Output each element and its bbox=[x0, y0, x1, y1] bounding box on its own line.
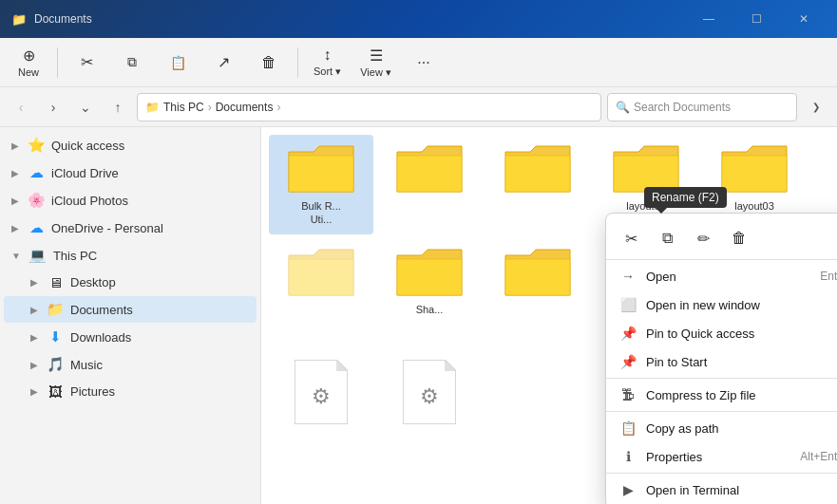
sidebar-item-downloads[interactable]: ▶ ⬇ Downloads bbox=[4, 324, 257, 350]
folder-icon bbox=[395, 142, 464, 196]
sidebar-item-desktop[interactable]: ▶ 🖥 Desktop bbox=[4, 270, 257, 295]
sidebar-label-quick-access: Quick access bbox=[51, 139, 124, 153]
file-item-gear2[interactable]: ⚙ bbox=[377, 352, 482, 436]
file-item-bulk-rename[interactable]: Bulk R...Uti... bbox=[269, 135, 373, 234]
address-sep-2: › bbox=[276, 101, 280, 114]
minimize-button[interactable]: — bbox=[687, 4, 731, 34]
sidebar-item-pictures[interactable]: ▶ 🖼 Pictures bbox=[4, 379, 257, 404]
ctx-item-open-terminal[interactable]: ▶ Open in Terminal bbox=[606, 476, 837, 504]
file-item-row2-empty[interactable] bbox=[485, 238, 590, 349]
ctx-open-shortcut: Enter bbox=[820, 270, 837, 283]
ctx-item-open[interactable]: → Open Enter bbox=[606, 262, 837, 290]
ctx-pin-start-label: Pin to Start bbox=[646, 355, 707, 369]
rename-tooltip: Rename (F2) bbox=[644, 187, 727, 208]
gear-file-icon: ⚙ bbox=[295, 360, 348, 424]
address-folder-icon: 📁 bbox=[145, 101, 160, 114]
sidebar-label-pictures: Pictures bbox=[70, 384, 115, 399]
open-new-window-icon: ⬜ bbox=[619, 297, 637, 312]
view-button[interactable]: ☰ View ▾ bbox=[352, 42, 399, 84]
ctx-item-compress-zip[interactable]: 🗜 Compress to Zip file bbox=[606, 381, 837, 409]
delete-button[interactable]: 🗑 bbox=[248, 42, 290, 84]
sidebar-label-icloud-photos: iCloud Photos bbox=[51, 194, 128, 208]
up-button[interactable]: ↑ bbox=[105, 94, 131, 121]
file-area[interactable]: Bulk R...Uti... layout02 bbox=[261, 127, 837, 504]
ctx-separator-1 bbox=[606, 378, 837, 379]
sidebar-label-documents: Documents bbox=[70, 303, 133, 317]
address-documents: Documents bbox=[216, 101, 274, 114]
ctx-cut-button[interactable]: ✂ bbox=[614, 223, 648, 253]
sidebar-item-onedrive[interactable]: ▶ ☁ OneDrive - Personal bbox=[4, 215, 257, 241]
address-box[interactable]: 📁 This PC › Documents › bbox=[137, 93, 601, 121]
sidebar-item-this-pc[interactable]: ▼ 💻 This PC bbox=[4, 242, 257, 269]
more-button[interactable]: ··· bbox=[403, 42, 445, 84]
search-box[interactable]: 🔍 Search Documents bbox=[607, 93, 797, 121]
cut-icon: ✂ bbox=[81, 53, 93, 71]
maximize-button[interactable]: ☐ bbox=[734, 4, 778, 34]
sort-button[interactable]: ↕ Sort ▾ bbox=[306, 42, 349, 84]
toolbar-separator-1 bbox=[57, 47, 58, 78]
file-item-folder2[interactable] bbox=[377, 135, 482, 234]
ctx-copy-button[interactable]: ⧉ bbox=[650, 223, 684, 253]
ctx-copy-path-label: Copy as path bbox=[646, 421, 719, 436]
back-button[interactable]: ‹ bbox=[8, 94, 34, 121]
svg-marker-6 bbox=[336, 360, 348, 371]
ctx-item-copy-path[interactable]: 📋 Copy as path bbox=[606, 414, 837, 442]
file-item-gear1[interactable]: ⚙ bbox=[269, 352, 373, 436]
ctx-properties-label: Properties bbox=[646, 450, 702, 464]
title-bar: 📁 Documents — ☐ ✕ bbox=[0, 0, 837, 38]
address-this-pc: This PC bbox=[163, 101, 204, 114]
close-button[interactable]: ✕ bbox=[782, 4, 826, 34]
share-button[interactable]: ↗ bbox=[202, 42, 244, 84]
sidebar-label-icloud-drive: iCloud Drive bbox=[51, 166, 119, 180]
ctx-item-pin-quick-access[interactable]: 📌 Pin to Quick access bbox=[606, 319, 837, 347]
desktop-icon: 🖥 bbox=[46, 274, 65, 290]
pin-quick-access-icon: 📌 bbox=[619, 326, 637, 341]
ctx-pin-quick-access-label: Pin to Quick access bbox=[646, 327, 754, 341]
folder-icon bbox=[504, 246, 572, 299]
sidebar-label-desktop: Desktop bbox=[70, 275, 116, 289]
ctx-item-pin-start[interactable]: 📌 Pin to Start bbox=[606, 347, 837, 376]
more-icon: ··· bbox=[417, 54, 429, 71]
this-pc-icon: 💻 bbox=[29, 247, 48, 264]
ctx-open-label: Open bbox=[646, 270, 676, 284]
ctx-separator-2 bbox=[606, 411, 837, 412]
ctx-item-open-new-window[interactable]: ⬜ Open in new window bbox=[606, 290, 837, 319]
sidebar-item-icloud-photos[interactable]: ▶ 🌸 iCloud Photos bbox=[4, 187, 257, 214]
copy-button[interactable]: ⧉ bbox=[111, 42, 153, 84]
chevron-icon: ▶ bbox=[30, 360, 38, 370]
ctx-compress-label: Compress to Zip file bbox=[646, 388, 756, 402]
delete-icon: 🗑 bbox=[261, 54, 276, 71]
folder-icon bbox=[287, 246, 355, 299]
sidebar-item-quick-access[interactable]: ▶ ⭐ Quick access bbox=[4, 132, 257, 159]
ctx-rename-button[interactable]: ✏ bbox=[686, 223, 720, 253]
chevron-icon: ▶ bbox=[11, 196, 19, 206]
file-item-folder3[interactable] bbox=[485, 135, 590, 234]
ctx-delete-button[interactable]: 🗑 bbox=[722, 223, 756, 253]
gear-file-icon-2: ⚙ bbox=[403, 360, 456, 424]
cut-button[interactable]: ✂ bbox=[66, 42, 107, 84]
sidebar-item-icloud-drive[interactable]: ▶ ☁ iCloud Drive bbox=[4, 159, 257, 186]
file-item-shared[interactable]: Sha... bbox=[377, 238, 482, 349]
file-item-right-edge[interactable] bbox=[269, 238, 373, 349]
collapse-button[interactable]: ❯ bbox=[803, 94, 829, 121]
main-area: ▶ ⭐ Quick access ▶ ☁ iCloud Drive ▶ 🌸 iC… bbox=[0, 127, 837, 504]
recent-button[interactable]: ⌄ bbox=[72, 94, 99, 121]
open-icon: → bbox=[619, 269, 637, 284]
chevron-icon: ▶ bbox=[30, 332, 38, 343]
paste-button[interactable]: 📋 bbox=[157, 42, 199, 84]
downloads-icon: ⬇ bbox=[46, 328, 65, 345]
chevron-icon: ▼ bbox=[11, 251, 21, 261]
sidebar-item-music[interactable]: ▶ 🎵 Music bbox=[4, 351, 257, 378]
new-button[interactable]: ⊕ New bbox=[8, 42, 49, 84]
view-label: View ▾ bbox=[360, 66, 391, 79]
ctx-open-terminal-label: Open in Terminal bbox=[646, 483, 739, 497]
sidebar-item-documents[interactable]: ▶ 📁 Documents bbox=[4, 296, 257, 323]
ctx-item-properties[interactable]: ℹ Properties Alt+Enter bbox=[606, 442, 837, 471]
context-menu: Rename (F2) ✂ ⧉ ✏ 🗑 → Open Enter ⬜ Open … bbox=[605, 213, 837, 504]
paste-icon: 📋 bbox=[170, 55, 186, 70]
icloud-drive-icon: ☁ bbox=[27, 164, 46, 181]
file-label-bulk-rename: Bulk R...Uti... bbox=[301, 199, 341, 227]
title-bar-controls: — ☐ ✕ bbox=[687, 4, 826, 34]
ctx-open-new-window-label: Open in new window bbox=[646, 298, 760, 312]
forward-button[interactable]: › bbox=[40, 94, 67, 121]
